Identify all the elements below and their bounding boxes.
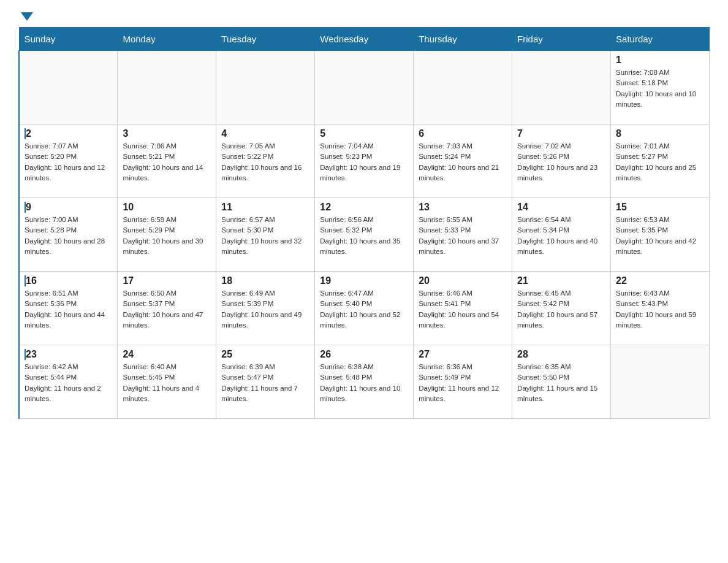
day-info: Sunrise: 7:07 AM Sunset: 5:20 PM Dayligh…: [25, 141, 112, 183]
day-info: Sunrise: 6:47 AM Sunset: 5:40 PM Dayligh…: [320, 288, 408, 331]
day-of-week-header: Thursday: [414, 28, 512, 51]
calendar-day-cell: [19, 51, 118, 124]
calendar-week-row: 16Sunrise: 6:51 AM Sunset: 5:36 PM Dayli…: [19, 272, 710, 345]
day-info: Sunrise: 6:38 AM Sunset: 5:48 PM Dayligh…: [320, 362, 408, 404]
day-number: 28: [517, 349, 605, 360]
calendar-table: SundayMondayTuesdayWednesdayThursdayFrid…: [18, 27, 710, 419]
day-info: Sunrise: 6:36 AM Sunset: 5:49 PM Dayligh…: [419, 362, 507, 404]
day-info: Sunrise: 6:45 AM Sunset: 5:42 PM Dayligh…: [517, 288, 605, 331]
calendar-week-row: 23Sunrise: 6:42 AM Sunset: 5:44 PM Dayli…: [19, 345, 710, 419]
calendar-day-cell: [216, 51, 315, 124]
day-number: 10: [123, 202, 211, 213]
day-number: 19: [320, 275, 408, 286]
day-info: Sunrise: 6:59 AM Sunset: 5:29 PM Dayligh…: [123, 215, 211, 257]
day-info: Sunrise: 7:03 AM Sunset: 5:24 PM Dayligh…: [419, 141, 507, 183]
logo: [18, 12, 33, 21]
day-of-week-header: Saturday: [611, 28, 710, 51]
calendar-day-cell: 1Sunrise: 7:08 AM Sunset: 5:18 PM Daylig…: [611, 51, 710, 124]
calendar-day-cell: 22Sunrise: 6:43 AM Sunset: 5:43 PM Dayli…: [611, 272, 710, 345]
logo-arrow-icon: [21, 12, 33, 21]
day-info: Sunrise: 6:53 AM Sunset: 5:35 PM Dayligh…: [616, 215, 704, 257]
calendar-day-cell: 21Sunrise: 6:45 AM Sunset: 5:42 PM Dayli…: [512, 272, 611, 345]
day-number: 5: [320, 128, 408, 139]
day-number: 24: [123, 349, 211, 360]
day-number: 22: [616, 275, 704, 286]
logo-general-text: [18, 12, 33, 21]
day-number: 21: [517, 275, 605, 286]
day-number: 27: [419, 349, 507, 360]
calendar-day-cell: 16Sunrise: 6:51 AM Sunset: 5:36 PM Dayli…: [19, 272, 118, 345]
calendar-day-cell: [512, 51, 611, 124]
calendar-day-cell: 5Sunrise: 7:04 AM Sunset: 5:23 PM Daylig…: [315, 124, 414, 198]
day-number: 2: [25, 128, 112, 139]
page-header: [18, 12, 710, 21]
day-number: 25: [221, 349, 309, 360]
day-info: Sunrise: 7:08 AM Sunset: 5:18 PM Dayligh…: [616, 67, 704, 110]
day-info: Sunrise: 7:06 AM Sunset: 5:21 PM Dayligh…: [123, 141, 211, 183]
day-info: Sunrise: 6:51 AM Sunset: 5:36 PM Dayligh…: [25, 288, 112, 331]
calendar-week-row: 2Sunrise: 7:07 AM Sunset: 5:20 PM Daylig…: [19, 124, 710, 198]
day-info: Sunrise: 6:35 AM Sunset: 5:50 PM Dayligh…: [517, 362, 605, 404]
day-number: 13: [419, 202, 507, 213]
calendar-day-cell: 10Sunrise: 6:59 AM Sunset: 5:29 PM Dayli…: [118, 198, 216, 272]
calendar-day-cell: 14Sunrise: 6:54 AM Sunset: 5:34 PM Dayli…: [512, 198, 611, 272]
day-number: 15: [616, 202, 704, 213]
calendar-day-cell: 8Sunrise: 7:01 AM Sunset: 5:27 PM Daylig…: [611, 124, 710, 198]
day-info: Sunrise: 6:54 AM Sunset: 5:34 PM Dayligh…: [517, 215, 605, 257]
calendar-day-cell: 23Sunrise: 6:42 AM Sunset: 5:44 PM Dayli…: [19, 345, 118, 419]
day-number: 1: [616, 55, 704, 66]
day-info: Sunrise: 7:00 AM Sunset: 5:28 PM Dayligh…: [25, 215, 112, 257]
day-number: 6: [419, 128, 507, 139]
day-info: Sunrise: 6:42 AM Sunset: 5:44 PM Dayligh…: [25, 362, 112, 404]
calendar-day-cell: 26Sunrise: 6:38 AM Sunset: 5:48 PM Dayli…: [315, 345, 414, 419]
day-number: 17: [123, 275, 211, 286]
day-number: 12: [320, 202, 408, 213]
calendar-day-cell: [315, 51, 414, 124]
day-number: 16: [25, 275, 112, 286]
day-number: 4: [221, 128, 309, 139]
day-number: 20: [419, 275, 507, 286]
day-info: Sunrise: 6:39 AM Sunset: 5:47 PM Dayligh…: [221, 362, 309, 404]
calendar-header-row: SundayMondayTuesdayWednesdayThursdayFrid…: [19, 28, 710, 51]
calendar-day-cell: 28Sunrise: 6:35 AM Sunset: 5:50 PM Dayli…: [512, 345, 611, 419]
calendar-week-row: 1Sunrise: 7:08 AM Sunset: 5:18 PM Daylig…: [19, 51, 710, 124]
calendar-day-cell: 19Sunrise: 6:47 AM Sunset: 5:40 PM Dayli…: [315, 272, 414, 345]
day-info: Sunrise: 6:49 AM Sunset: 5:39 PM Dayligh…: [221, 288, 309, 331]
calendar-day-cell: 7Sunrise: 7:02 AM Sunset: 5:26 PM Daylig…: [512, 124, 611, 198]
day-info: Sunrise: 6:46 AM Sunset: 5:41 PM Dayligh…: [419, 288, 507, 331]
day-of-week-header: Wednesday: [315, 28, 414, 51]
day-number: 8: [616, 128, 704, 139]
day-number: 7: [517, 128, 605, 139]
calendar-day-cell: 20Sunrise: 6:46 AM Sunset: 5:41 PM Dayli…: [414, 272, 512, 345]
calendar-day-cell: 3Sunrise: 7:06 AM Sunset: 5:21 PM Daylig…: [118, 124, 216, 198]
day-number: 18: [221, 275, 309, 286]
calendar-day-cell: 17Sunrise: 6:50 AM Sunset: 5:37 PM Dayli…: [118, 272, 216, 345]
calendar-day-cell: 18Sunrise: 6:49 AM Sunset: 5:39 PM Dayli…: [216, 272, 315, 345]
day-number: 3: [123, 128, 211, 139]
day-info: Sunrise: 6:55 AM Sunset: 5:33 PM Dayligh…: [419, 215, 507, 257]
day-info: Sunrise: 7:01 AM Sunset: 5:27 PM Dayligh…: [616, 141, 704, 183]
day-info: Sunrise: 6:43 AM Sunset: 5:43 PM Dayligh…: [616, 288, 704, 331]
day-of-week-header: Sunday: [19, 28, 118, 51]
day-info: Sunrise: 6:56 AM Sunset: 5:32 PM Dayligh…: [320, 215, 408, 257]
day-number: 23: [25, 349, 112, 360]
calendar-day-cell: [118, 51, 216, 124]
day-number: 11: [221, 202, 309, 213]
day-of-week-header: Friday: [512, 28, 611, 51]
day-number: 14: [517, 202, 605, 213]
calendar-day-cell: 24Sunrise: 6:40 AM Sunset: 5:45 PM Dayli…: [118, 345, 216, 419]
day-number: 9: [25, 202, 112, 213]
day-info: Sunrise: 6:40 AM Sunset: 5:45 PM Dayligh…: [123, 362, 211, 404]
day-info: Sunrise: 7:02 AM Sunset: 5:26 PM Dayligh…: [517, 141, 605, 183]
calendar-day-cell: 6Sunrise: 7:03 AM Sunset: 5:24 PM Daylig…: [414, 124, 512, 198]
day-info: Sunrise: 6:57 AM Sunset: 5:30 PM Dayligh…: [221, 215, 309, 257]
day-of-week-header: Monday: [118, 28, 216, 51]
calendar-day-cell: 15Sunrise: 6:53 AM Sunset: 5:35 PM Dayli…: [611, 198, 710, 272]
day-number: 26: [320, 349, 408, 360]
calendar-day-cell: 25Sunrise: 6:39 AM Sunset: 5:47 PM Dayli…: [216, 345, 315, 419]
calendar-day-cell: 12Sunrise: 6:56 AM Sunset: 5:32 PM Dayli…: [315, 198, 414, 272]
calendar-week-row: 9Sunrise: 7:00 AM Sunset: 5:28 PM Daylig…: [19, 198, 710, 272]
calendar-day-cell: [611, 345, 710, 419]
calendar-day-cell: 11Sunrise: 6:57 AM Sunset: 5:30 PM Dayli…: [216, 198, 315, 272]
day-info: Sunrise: 7:04 AM Sunset: 5:23 PM Dayligh…: [320, 141, 408, 183]
